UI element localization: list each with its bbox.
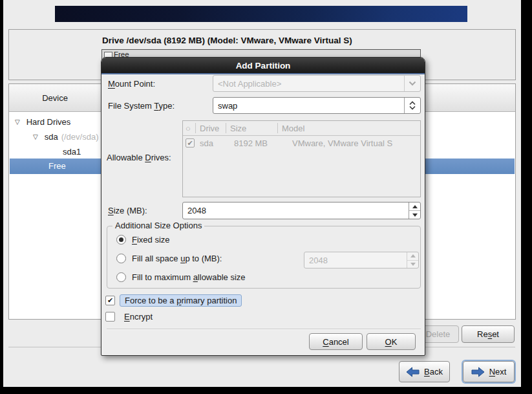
fs-type-label: File System Type: [108, 101, 175, 111]
screen-border-bottom [0, 387, 532, 394]
encrypt-label: Encrypt [124, 312, 153, 322]
dialog-title: Add Partition [236, 61, 291, 71]
tree-item-device-path: (/dev/sda) [61, 132, 99, 142]
back-button-label: Back [424, 367, 443, 377]
cancel-button[interactable]: Cancel [309, 333, 363, 350]
spin-down-button[interactable] [407, 261, 418, 268]
triangle-down-icon [412, 213, 418, 217]
radio-fill-max-label: Fill to maximum allowable size [132, 272, 246, 282]
additional-size-options-legend: Additional Size Options [112, 221, 204, 230]
triangle-up-icon [412, 205, 418, 208]
delete-button-label: Delete [426, 329, 451, 339]
radio-fixed-size-label: Fixed size [132, 235, 170, 245]
ok-button-label: OK [385, 337, 398, 347]
additional-size-options-group: Additional Size Options Fixed size Fill … [107, 226, 421, 289]
radio-fill-max[interactable]: Fill to maximum allowable size [116, 272, 246, 282]
back-button[interactable]: Back [399, 361, 450, 382]
add-partition-dialog: Add Partition Mount Point: <Not Applicab… [101, 57, 425, 356]
drives-table-row[interactable]: ✔ sda 8192 MB VMware, VMware Virtual S [183, 136, 420, 150]
installer-banner [55, 6, 467, 22]
spin-up-button[interactable] [407, 252, 418, 261]
device-column-header[interactable]: Device [9, 84, 101, 111]
ok-button[interactable]: OK [367, 333, 416, 350]
next-button[interactable]: Next [463, 361, 515, 382]
chevron-up-down-icon[interactable] [404, 98, 420, 113]
drives-table-header: ○ Drive Size Model [183, 121, 420, 136]
tree-item-label: sda1 [63, 147, 81, 157]
next-button-label: Next [489, 367, 507, 377]
radio-unselected-icon[interactable] [116, 272, 126, 282]
expander-down-icon[interactable]: ▽ [15, 118, 20, 126]
triangle-up-icon [410, 254, 416, 257]
radio-dot [119, 237, 123, 242]
spin-down-button[interactable] [409, 211, 420, 219]
installer-screen: { "colors": { "selection_blue": "#6b93c7… [0, 0, 532, 394]
force-primary-label: Force to be a primary partition [120, 294, 242, 307]
back-arrow-icon [406, 367, 420, 377]
screen-border-left [0, 0, 3, 394]
fs-type-combobox[interactable]: swap [213, 97, 421, 114]
radio-fill-up-to[interactable]: Fill all space up to (MB): [116, 254, 222, 263]
drive-checkbox-cell: ✔ [183, 138, 196, 148]
expander-down-icon[interactable]: ▽ [33, 133, 38, 140]
next-arrow-icon [471, 367, 485, 377]
radio-fixed-size[interactable]: Fixed size [116, 235, 170, 245]
size-value: 2048 [183, 202, 409, 219]
drive-column-header: Drive [196, 123, 226, 133]
dialog-titlebar[interactable]: Add Partition [101, 58, 425, 74]
size-column-header: Size [226, 123, 278, 133]
fill-spin-buttons [407, 252, 418, 268]
dialog-separator [107, 329, 421, 330]
size-spin-buttons [409, 202, 420, 219]
fs-type-value: swap [213, 101, 404, 111]
drive-size-cell: 8192 MB [226, 138, 278, 148]
tree-item-label: Free [48, 161, 66, 171]
size-spinbox[interactable]: 2048 [182, 202, 421, 219]
tree-item-label: sda [45, 132, 58, 142]
chevron-down-icon[interactable] [404, 76, 420, 91]
fill-up-to-value: 2048 [304, 252, 407, 268]
size-label: Size (MB): [108, 206, 147, 215]
drive-name-cell: sda [196, 138, 226, 148]
mount-point-label: Mount Point: [108, 79, 155, 89]
mount-point-value: <Not Applicable> [213, 79, 404, 89]
tree-item-sda[interactable]: ▽ sda (/dev/sda) [10, 129, 98, 144]
triangle-down-icon [410, 263, 416, 266]
tree-item-label: Hard Drives [27, 117, 71, 127]
spin-up-button[interactable] [409, 202, 420, 211]
encrypt-row[interactable]: Encrypt [105, 312, 153, 322]
allowable-drives-table[interactable]: ○ Drive Size Model ✔ sda 8192 MB VMware,… [182, 120, 421, 197]
radio-unselected-icon[interactable] [116, 254, 126, 263]
allowable-drives-label: Allowable Drives: [107, 153, 171, 162]
reset-button-label: Reset [477, 329, 499, 339]
force-primary-row[interactable]: ✔ Force to be a primary partition [105, 294, 242, 307]
tree-item-hard-drives[interactable]: ▽ Hard Drives [10, 115, 70, 129]
reset-button[interactable]: Reset [462, 325, 515, 343]
screen-border-right [521, 0, 532, 394]
model-column-header: Model [278, 123, 420, 133]
encrypt-checkbox[interactable] [105, 312, 115, 322]
cancel-button-label: Cancel [323, 337, 348, 347]
toggle-column-header: ○ [183, 123, 196, 133]
radio-fill-up-to-label: Fill all space up to (MB): [132, 254, 222, 263]
drive-checkbox[interactable]: ✔ [186, 138, 195, 148]
drive-model-cell: VMware, VMware Virtual S [278, 138, 420, 148]
force-primary-checkbox[interactable]: ✔ [105, 296, 115, 305]
drive-title: Drive /dev/sda (8192 MB) (Model: VMware,… [102, 36, 352, 45]
tree-item-sda1[interactable]: sda1 [10, 144, 81, 159]
fill-up-to-spinbox[interactable]: 2048 [304, 252, 419, 268]
mount-point-combobox[interactable]: <Not Applicable> [213, 75, 421, 92]
radio-selected-icon[interactable] [116, 235, 126, 245]
